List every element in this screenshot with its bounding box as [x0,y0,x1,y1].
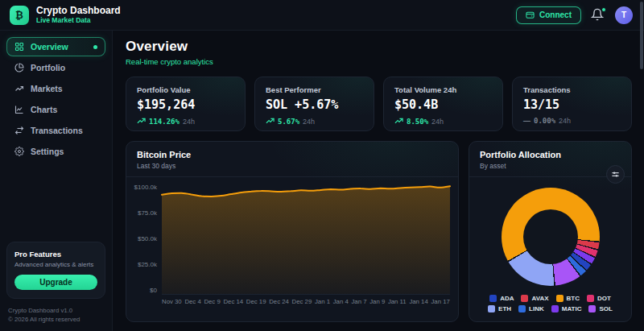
scrollbar[interactable] [640,2,643,69]
sidebar-item-label: Charts [31,105,57,114]
legend-swatch [551,305,559,312]
sliders-icon [611,170,620,179]
app-title: Crypto Dashboard [36,6,121,17]
sidebar-item-markets[interactable]: Markets [6,79,105,98]
stat-card-portfolio-value: Portfolio Value$195,264114.26%24h [126,77,246,131]
x-tick: Nov 30 [162,298,182,305]
trend-up-icon [137,117,146,126]
stat-value: $50.4B [394,97,492,112]
x-tick: Jan 7 [351,298,366,305]
legend-label: ADA [500,295,514,302]
legend-item-btc[interactable]: BTC [556,295,580,302]
brand: ₿ Crypto Dashboard Live Market Data [10,6,121,25]
legend-label: DOT [597,295,611,302]
wallet-icon [526,10,535,19]
sidebar-nav: OverviewPortfolioMarketsChartsTransactio… [6,37,105,163]
user-avatar[interactable]: T [615,6,633,24]
allocation-filter-button[interactable] [606,165,625,184]
crypto-dashboard-app: ₿ Crypto Dashboard Live Market Data Conn… [0,0,644,331]
sidebar-item-label: Settings [31,147,64,156]
copyright: © 2026 All rights reserved [8,315,105,325]
sidebar-item-label: Overview [31,42,68,52]
legend-swatch [587,295,594,302]
sidebar-item-label: Markets [31,84,63,93]
x-tick: Dec 29 [292,298,312,305]
legend-item-ada[interactable]: ADA [489,295,514,302]
sidebar-item-portfolio[interactable]: Portfolio [6,58,105,77]
y-tick: $100.0k [134,184,157,191]
stat-card-total-volume-24h: Total Volume 24h$50.4B8.50%24h [383,77,503,131]
allocation-legend: ADAAVAXBTCDOTETHLINKMATICSOL [476,295,625,312]
legend-label: BTC [567,295,580,302]
stat-label: Total Volume 24h [394,85,492,94]
legend-label: MATIC [562,305,582,312]
legend-swatch [488,305,495,312]
page-subtitle: Real-time crypto analytics [126,57,632,66]
stat-value: SOL +5.67% [266,97,363,112]
stat-change: 114.26% [149,118,180,126]
legend-swatch [521,295,528,302]
stat-label: Transactions [523,85,621,94]
sidebar-item-charts[interactable]: Charts [6,100,105,119]
legend-item-dot[interactable]: DOT [587,295,611,302]
sidebar-item-transactions[interactable]: Transactions [6,121,105,140]
x-axis-labels: Nov 30Dec 4Dec 9Dec 14Dec 19Dec 24Dec 29… [162,298,450,305]
stat-change: 5.67% [278,118,299,126]
pie-icon [14,63,24,72]
pro-features-title: Pro Features [14,250,97,259]
sidebar-item-overview[interactable]: Overview [6,37,105,56]
y-tick: $75.0k [138,209,157,217]
y-tick: $50.0k [138,235,157,242]
main-content: Overview Real-time crypto analytics Port… [113,31,644,331]
legend-item-matic[interactable]: MATIC [551,305,582,312]
gear-icon [14,147,24,156]
x-tick: Jan 4 [333,298,349,305]
stat-card-best-performer: Best PerformerSOL +5.67%5.67%24h [254,77,374,131]
legend-swatch [518,305,526,312]
stat-period: 24h [431,118,444,126]
trend-up-icon [266,117,275,126]
legend-item-avax[interactable]: AVAX [521,295,548,302]
stat-value: 13/15 [523,97,621,112]
portfolio-allocation-panel: Portfolio Allocation By asset ADAAVAXBTC… [469,141,632,322]
legend-label: LINK [529,305,544,312]
bitcoin-price-panel: Bitcoin Price Last 30 days $100.0k$75.0k… [126,141,459,322]
trend-up-icon [394,117,403,126]
line-chart-svg [162,184,450,294]
portfolio-allocation-title: Portfolio Allocation [480,150,621,159]
stat-label: Portfolio Value [137,85,234,94]
swap-icon [14,126,24,135]
connect-wallet-button[interactable]: Connect [516,6,581,24]
legend-swatch [556,295,564,302]
bitcoin-price-title: Bitcoin Price [137,150,448,159]
active-indicator-dot [93,45,97,49]
legend-item-eth[interactable]: ETH [488,305,511,312]
sidebar-item-settings[interactable]: Settings [6,142,105,161]
trending-up-icon [14,84,24,93]
legend-item-sol[interactable]: SOL [588,305,612,312]
pro-features-subtitle: Advanced analytics & alerts [14,261,97,268]
notifications-button[interactable] [591,8,605,23]
app-subtitle: Live Market Data [36,16,121,24]
legend-swatch [489,295,497,302]
stat-card-transactions: Transactions13/15—0.00%24h [512,77,632,131]
stat-label: Best Performer [266,85,363,94]
top-header: ₿ Crypto Dashboard Live Market Data Conn… [0,0,644,31]
upgrade-button[interactable]: Upgrade [14,275,97,290]
sidebar-item-label: Portfolio [31,63,65,72]
app-version: Crypto Dashboard v1.0 [8,306,105,316]
y-tick: $0 [150,287,157,294]
stat-cards-row: Portfolio Value$195,264114.26%24hBest Pe… [126,77,632,131]
x-tick: Jan 11 [388,298,407,305]
minus-icon: — [523,117,530,125]
stat-value: $195,264 [137,97,234,112]
x-tick: Dec 14 [223,298,243,305]
stat-period: 24h [303,118,315,126]
connect-label: Connect [539,10,572,19]
legend-item-link[interactable]: LINK [518,305,544,312]
bitcoin-price-chart[interactable] [162,184,450,295]
sidebar-item-label: Transactions [31,126,83,135]
bitcoin-price-subtitle: Last 30 days [137,162,448,170]
pro-features-card: Pro Features Advanced analytics & alerts… [6,242,105,299]
app-logo-icon: ₿ [10,6,29,25]
